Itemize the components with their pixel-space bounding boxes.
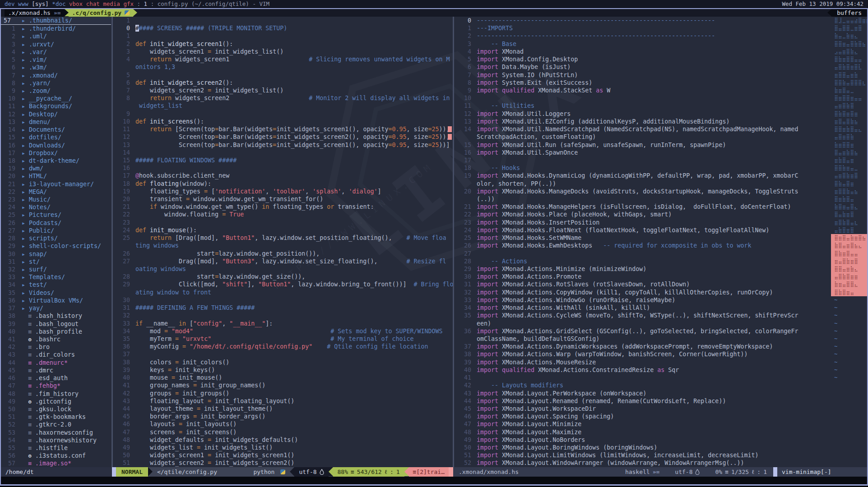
tree-item[interactable]: 50≡.gksu.lock: [1, 405, 111, 413]
code-line[interactable]: 1: [113, 17, 453, 24]
tree-item[interactable]: 55≡.histfile: [1, 444, 111, 452]
code-line[interactable]: 36import XMonad.Actions.GridSelect (GSCo…: [454, 327, 831, 335]
minimap-row[interactable]: ⣿⣶⣿⣿⣶⣤⣤: [831, 94, 867, 102]
tree-item[interactable]: 1▶.thunderbird/: [1, 25, 111, 32]
tree-item[interactable]: 48≡.fim_history: [1, 390, 111, 398]
code-line[interactable]: 42 groups = init_groups(): [113, 390, 453, 397]
tree-item[interactable]: 45≡.dmrc: [1, 367, 111, 374]
code-line[interactable]: 48 widget_defaults = init_widgets_defaul…: [113, 436, 453, 444]
code-line[interactable]: 47 screens = init_screens(): [113, 428, 453, 436]
tree-item[interactable]: 7▶.xmonad/: [1, 72, 111, 79]
minimap-row[interactable]: ⣶⣷⣿⣤⣶: [831, 156, 867, 164]
tree-item[interactable]: 32▶surf/: [1, 266, 111, 273]
code-line[interactable]: 40 mouse = init_mouse(): [113, 374, 453, 381]
code-line[interactable]: 2---------------------------------------…: [454, 32, 831, 40]
code-line[interactable]: ating window to front: [113, 289, 453, 296]
code-line[interactable]: 35 myTerm = "urxvtc" # My terminal of ch…: [113, 335, 453, 343]
tab-.c/q/config.py[interactable]: .c/q/config.py: [69, 9, 134, 17]
code-line[interactable]: 36 myConfig = "/home/dt/.config/qtile/co…: [113, 343, 453, 350]
tree-item[interactable]: 25▶Pictures/: [1, 211, 111, 219]
code-line[interactable]: 46import XMonad.Layout.Spacing (spacing): [454, 413, 831, 420]
code-line[interactable]: 33if __name__ in ["config", "__main__"]:: [113, 320, 453, 327]
code-line[interactable]: 8 return widgets_screen2 # Monitor 2 wil…: [113, 94, 453, 102]
code-line[interactable]: 10: [454, 94, 831, 102]
code-line[interactable]: 26 start=lazy.window.get_position()),: [113, 250, 453, 257]
code-line[interactable]: 23: [113, 219, 453, 226]
code-line[interactable]: 3 widgets_screen1 = init_widgets_list(): [113, 48, 453, 55]
workspace-tag[interactable]: vbox chat media gfx: [65, 0, 134, 8]
code-line[interactable]: omClassName, buildDefaultGSConfig): [454, 335, 831, 343]
minimap-row[interactable]: ⣿⣸⣀⣤⣤⣴⣿⣶⣆: [831, 17, 867, 24]
tree-item[interactable]: 17▶Dropbox/: [1, 149, 111, 157]
minimap-viewport-highlight[interactable]: ⣷⣶⣤⣿⣿⣄: [831, 280, 867, 288]
code-line[interactable]: 12import XMonad.Util.Loggers: [454, 110, 831, 118]
code-line[interactable]: 27 Drag([mod], "Button3", lazy.window.se…: [113, 257, 453, 265]
code-line[interactable]: 50 widgets_screen1 = init_widgets_screen…: [113, 451, 453, 459]
code-line[interactable]: 43import XMonad.Layout.PerWorkspace (onW…: [454, 390, 831, 397]
code-line[interactable]: 8import System.Exit (exitSuccess): [454, 79, 831, 87]
tree-item[interactable]: 36▶VirtualBox VMs/: [1, 297, 111, 304]
tree-item[interactable]: 10▶__pycache__/: [1, 95, 111, 102]
code-line[interactable]: 6def init_widgets_screen2():: [113, 79, 453, 87]
minimap-row[interactable]: ⣿⣤⣿⣿⣀⣶⣿: [831, 24, 867, 32]
code-line[interactable]: 22import XMonad.Hooks.Place (placeHook, …: [454, 211, 831, 218]
code-line[interactable]: 19 floating_types = ['notification', 'to…: [113, 188, 453, 195]
tree-item[interactable]: 44≡.dmenurc*: [1, 359, 111, 367]
tree-item[interactable]: 24▶Notes/: [1, 203, 111, 211]
tree-item[interactable]: 35▶Videos/: [1, 289, 111, 297]
code-line[interactable]: 50import XMonad.Layout.BoringWindows (bo…: [454, 444, 831, 451]
code-line[interactable]: 47import XMonad.Layout.Minimize: [454, 420, 831, 428]
code-line[interactable]: 38import XMonad.Actions.Warp (warpToWind…: [454, 350, 831, 358]
code-line[interactable]: 11 return [Screen(top=bar.Bar(widgets=in…: [113, 125, 453, 133]
code-line[interactable]: 19import XMonad.Hooks.DynamicLog (dynami…: [454, 172, 831, 179]
code-line[interactable]: 18 -- Hooks: [454, 164, 831, 172]
code-line[interactable]: 26import XMonad.Hooks.EwmhDesktops -- re…: [454, 242, 831, 249]
minimap-viewport-highlight[interactable]: ⣷⣿⣤⣶⣿⣦⣄: [831, 242, 867, 249]
minimap-row[interactable]: ⣶⣿⣤⣿⣷⣦: [831, 118, 867, 125]
code-line[interactable]: 11 -- Utilities: [454, 102, 831, 110]
tree-item[interactable]: 41⚙.bashrc: [1, 335, 111, 343]
minimap-row[interactable]: ⣷⣶⣿⣤⣀: [831, 87, 867, 94]
code-line[interactable]: 7import System.IO (hPutStrLn): [454, 71, 831, 79]
code-line[interactable]: 5: [113, 71, 453, 79]
code-line[interactable]: 10def init_screens():: [113, 118, 453, 125]
code-line[interactable]: 34import XMonad.Actions.WithAll (sinkAll…: [454, 304, 831, 312]
code-line[interactable]: 51 widgets_screen2 = init_widgets_screen…: [113, 459, 453, 467]
code-line[interactable]: 9import qualified XMonad.StackSet as W: [454, 87, 831, 94]
code-line[interactable]: 14import XMonad.Util.NamedScratchpad (Na…: [454, 125, 831, 133]
code-line[interactable]: 22 window.floating = True: [113, 211, 453, 218]
code-line[interactable]: 40import qualified XMonad.Actions.Constr…: [454, 366, 831, 374]
minimap-row[interactable]: ⣿⣤⣶⣷⣿⣦: [831, 149, 867, 156]
code-line[interactable]: 30import XMonad.Actions.Promote: [454, 273, 831, 280]
code-line[interactable]: 48import XMonad.Layout.Maximize: [454, 428, 831, 436]
minimap-row[interactable]: ⣿⣿⣶⣷⣿⣤⣄: [831, 125, 867, 133]
minimap-row[interactable]: ⣿⣷⣤⣿⣶: [831, 180, 867, 188]
code-line[interactable]: 33import XMonad.Actions.WindowGo (runOrR…: [454, 296, 831, 304]
code-line[interactable]: 45import XMonad.Layout.WorkspaceDir: [454, 405, 831, 413]
tree-item[interactable]: 27▶Public/: [1, 227, 111, 234]
code-line[interactable]: 41 group_names = init_group_names(): [113, 381, 453, 389]
tree-item[interactable]: 11▶Backgrounds/: [1, 102, 111, 110]
tree-item[interactable]: 53≡.haxornewsconfig: [1, 429, 111, 436]
tree-item[interactable]: 5▶.vim/: [1, 56, 111, 64]
minimap-row[interactable]: ⣠⣤⣶⣿⣷⣄: [831, 48, 867, 55]
code-line[interactable]: onitors 1,3: [113, 63, 453, 71]
tree-item[interactable]: 52≡.gtkrc-2.0: [1, 421, 111, 428]
code-line[interactable]: 38 colors = init_colors(): [113, 358, 453, 366]
tree-item[interactable]: 12▶Desktop/: [1, 110, 111, 118]
code-line[interactable]: 2def init_widgets_screen1():: [113, 40, 453, 48]
code-line[interactable]: 20 transient = window.window.get_wm_tran…: [113, 195, 453, 203]
code-line[interactable]: olor, shorten, PP(..)): [454, 180, 831, 188]
code-line[interactable]: 9: [113, 110, 453, 118]
tree-item[interactable]: 43≡.dir_colors: [1, 351, 111, 358]
tree-item[interactable]: 9▶.zoom/: [1, 87, 111, 95]
code-line[interactable]: (..)): [454, 195, 831, 203]
minimap-row[interactable]: ⣿⣿⣶⣤⣿⣷⣿⣦: [831, 40, 867, 48]
code-line[interactable]: ScratchpadAction, customFloating): [454, 133, 831, 141]
minimap-viewport-highlight[interactable]: ⣿⣿⣤⣶⣷⣄: [831, 265, 867, 273]
code-line[interactable]: 31import XMonad.Actions.RotSlaves (rotSl…: [454, 280, 831, 288]
minimap-row[interactable]: ⣶⣿⣿⣷⣤⣦: [831, 188, 867, 195]
minimap-row[interactable]: ⣿⣷⣶⣿⣿⣤⣤: [831, 55, 867, 63]
tree-item[interactable]: 21▶i3-layout-manager/: [1, 180, 111, 188]
code-line[interactable]: 44 layout_theme = init_layout_theme(): [113, 405, 453, 413]
